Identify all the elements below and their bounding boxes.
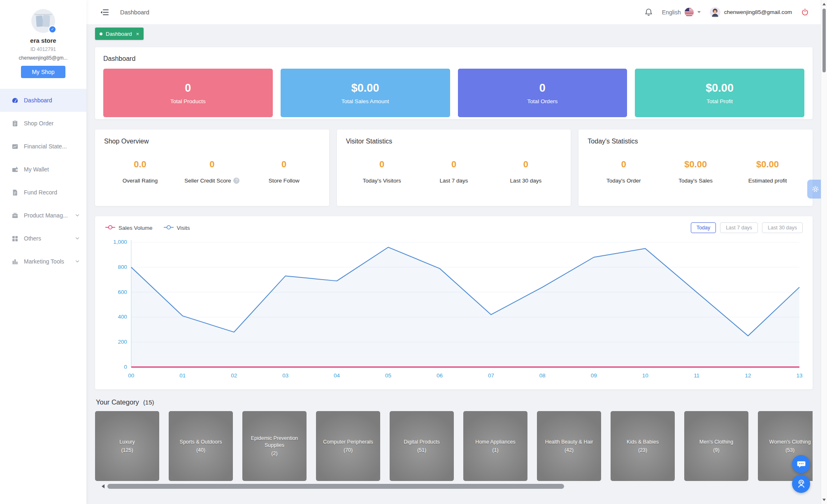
chevron-down-icon	[75, 259, 80, 264]
stat-label-text: Today's Visitors	[363, 178, 401, 184]
menu-fold-icon[interactable]	[100, 9, 109, 16]
scroll-down-arrow-icon[interactable]	[822, 499, 826, 501]
summary-tile-value: $0.00	[351, 82, 379, 95]
category-card-home-appliances[interactable]: Home Appliances(1)	[463, 411, 527, 481]
svg-text:1,000: 1,000	[113, 239, 127, 245]
gear-icon	[811, 185, 820, 194]
summary-tile-label: Total Products	[170, 98, 206, 104]
category-count: (23)	[636, 447, 650, 454]
fund-record-icon	[12, 189, 19, 196]
panel-stats: 0.0Overall Rating0Seller Credit Score?0S…	[104, 159, 320, 184]
logout-power-icon[interactable]	[801, 8, 809, 16]
store-avatar[interactable]: ✓	[31, 9, 55, 33]
sidebar-item-financial-state[interactable]: Financial State...	[0, 135, 86, 158]
summary-tile-total-profit[interactable]: $0.00Total Profit	[635, 69, 804, 117]
headset-person-icon	[796, 479, 806, 489]
summary-tile-total-products[interactable]: 0Total Products	[103, 69, 273, 117]
stat-label-text: Last 30 days	[510, 178, 542, 184]
chat-bubble-icon	[796, 459, 806, 469]
panel-title: Shop Overview	[104, 138, 320, 145]
category-count: (40)	[194, 447, 208, 454]
category-card-health-beauty-hair[interactable]: Health Beauty & Hair(42)	[537, 411, 601, 481]
sidebar-item-shop-order[interactable]: Shop Order	[0, 112, 86, 135]
legend-item-visits[interactable]: Visits	[163, 225, 190, 231]
category-count: (53)	[783, 447, 797, 454]
notification-bell-icon[interactable]	[644, 8, 653, 16]
customer-support-button[interactable]	[792, 475, 810, 493]
category-card-kids-babies[interactable]: Kids & Babies(23)	[611, 411, 675, 481]
stat-label-text: Last 7 days	[439, 178, 468, 184]
category-card-luxury[interactable]: Luxury(125)	[95, 411, 159, 481]
stat-label-text: Today's Order	[606, 178, 641, 184]
sidebar-item-my-wallet[interactable]: My Wallet	[0, 158, 86, 181]
stats-panels-row: Shop Overview0.0Overall Rating0Seller Cr…	[95, 129, 813, 206]
category-image-handbag	[95, 411, 159, 481]
breadcrumb: Dashboard	[120, 9, 149, 16]
horizontal-scrollbar-thumb[interactable]	[107, 484, 564, 489]
category-card-row: Luxury(125)Sports & Outdoors(40)Epidemic…	[95, 411, 813, 481]
svg-text:09: 09	[591, 373, 597, 379]
user-menu[interactable]: chenwenjing85@gmail.com	[710, 7, 792, 18]
category-name: Men's Clothing	[697, 439, 736, 446]
panel-stats: 0Today's Order$0.00Today's Sales$0.00Est…	[588, 159, 804, 184]
language-selector[interactable]: English	[662, 8, 701, 17]
summary-tile-total-orders[interactable]: 0Total Orders	[458, 69, 627, 117]
help-icon[interactable]: ?	[233, 178, 239, 184]
category-card-computer-peripherals[interactable]: Computer Peripherals(70)	[316, 411, 380, 481]
stat-label: Store Follow	[269, 178, 300, 184]
category-count: (9)	[711, 447, 722, 454]
stat-overall-rating: 0.0Overall Rating	[104, 159, 176, 184]
store-profile: ✓ era store ID 4012791 chenwenjing85@gm.…	[0, 0, 86, 82]
sidebar-item-fund-record[interactable]: Fund Record	[0, 181, 86, 204]
summary-tile-label: Total Sales Amount	[341, 98, 389, 104]
tab-dashboard[interactable]: Dashboard ×	[95, 28, 144, 40]
verified-badge-icon: ✓	[49, 25, 56, 33]
chat-button[interactable]	[792, 455, 810, 473]
panel-today-s-statistics: Today's Statistics0Today's Order$0.00Tod…	[578, 129, 813, 206]
summary-tile-total-sales-amount[interactable]: $0.00Total Sales Amount	[281, 69, 450, 117]
dashboard-icon	[12, 97, 19, 104]
my-shop-button[interactable]: My Shop	[21, 66, 65, 78]
svg-text:11: 11	[694, 373, 699, 379]
scroll-up-arrow-icon[interactable]	[822, 3, 826, 5]
legend-marker-icon	[163, 225, 174, 231]
stat-store-follow: 0Store Follow	[248, 159, 320, 184]
svg-text:13: 13	[797, 373, 803, 379]
stat-label: Last 30 days	[510, 178, 542, 184]
dashboard-summary-card: Dashboard 0Total Products$0.00Total Sale…	[95, 47, 813, 119]
sidebar: ✓ era store ID 4012791 chenwenjing85@gm.…	[0, 0, 86, 504]
sidebar-item-product-manag[interactable]: Product Manag...	[0, 204, 86, 227]
svg-text:0: 0	[124, 364, 127, 370]
stat-label-text: Overall Rating	[123, 178, 158, 184]
chevron-down-icon	[75, 236, 80, 241]
sidebar-item-label: Product Manag...	[24, 212, 68, 219]
panel-title: Visitor Statistics	[346, 138, 562, 145]
category-card-men-s-clothing[interactable]: Men's Clothing(9)	[684, 411, 748, 481]
summary-tile-value: 0	[185, 82, 191, 95]
sidebar-item-marketing-tools[interactable]: Marketing Tools	[0, 250, 86, 273]
store-name: era store	[0, 37, 86, 44]
range-button-last-7-days[interactable]: Last 7 days	[720, 222, 758, 233]
category-image-sports-balls	[169, 411, 233, 481]
category-card-digital-products[interactable]: Digital Products(51)	[390, 411, 454, 481]
range-button-today[interactable]: Today	[691, 222, 716, 233]
category-card-sports-outdoors[interactable]: Sports & Outdoors(40)	[169, 411, 233, 481]
sidebar-item-dashboard[interactable]: Dashboard	[0, 89, 86, 112]
tab-close-icon[interactable]: ×	[136, 31, 139, 37]
stat-today-s-visitors: 0Today's Visitors	[346, 159, 418, 184]
category-card-epidemic-prevention-supplies[interactable]: Epidemic Prevention Supplies(2)	[242, 411, 307, 481]
svg-text:12: 12	[745, 373, 751, 379]
svg-text:200: 200	[118, 339, 127, 345]
stat-value: $0.00	[660, 159, 732, 170]
scroll-left-arrow-icon[interactable]	[102, 484, 105, 488]
svg-text:04: 04	[334, 373, 340, 379]
vertical-scrollbar[interactable]	[821, 0, 827, 504]
range-button-last-30-days[interactable]: Last 30 days	[762, 222, 803, 233]
legend-item-sales-volume[interactable]: Sales Volume	[105, 225, 153, 231]
sidebar-item-others[interactable]: Others	[0, 227, 86, 250]
sales-visits-chart-card: Sales VolumeVisits TodayLast 7 daysLast …	[95, 216, 813, 389]
sidebar-item-label: Others	[24, 235, 41, 242]
vertical-scrollbar-thumb[interactable]	[822, 9, 826, 72]
svg-text:06: 06	[437, 373, 443, 379]
sidebar-item-label: Dashboard	[24, 97, 52, 104]
